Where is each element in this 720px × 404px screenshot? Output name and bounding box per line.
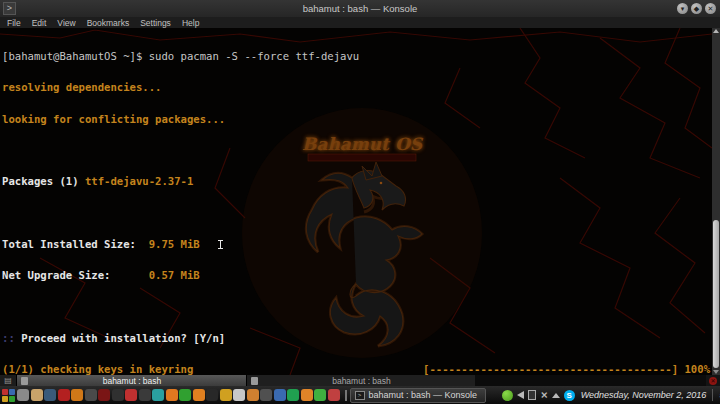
packages-value: ttf-dejavu-2.37-1 bbox=[85, 175, 193, 187]
app-launcher-icon[interactable] bbox=[247, 389, 259, 401]
tab-bahamut-bash-2[interactable]: bahamut : bash bbox=[246, 375, 475, 386]
konsole-task-icon: > bbox=[355, 391, 365, 400]
konsole-tab-bar: ▤ bahamut : bash bahamut : bash ✕ bbox=[0, 375, 720, 386]
terminal-view[interactable]: Bahamut OS [bahamut@BahamutOS ~]$ sudo p… bbox=[0, 28, 712, 375]
window-titlebar[interactable]: > bahamut : bash — Konsole ▾ ◆ ✕ bbox=[0, 0, 720, 17]
proceed-question: Proceed with installation? [Y/n] bbox=[21, 332, 225, 344]
total-size-label: Total Installed Size: bbox=[2, 238, 136, 250]
system-tray: ✕ S bbox=[502, 390, 575, 401]
app-launcher-icon[interactable] bbox=[125, 389, 137, 401]
close-tab-icon: ✕ bbox=[709, 377, 717, 385]
app-launcher-icon[interactable] bbox=[85, 389, 97, 401]
tab-icon bbox=[251, 377, 258, 385]
tab-bar-spacer bbox=[475, 375, 706, 386]
prompt: [bahamut@BahamutOS ~]$ bbox=[2, 50, 142, 62]
date-text: Wednesday, November 2, 2016 bbox=[581, 390, 707, 400]
scissors-icon[interactable]: ✕ bbox=[539, 391, 549, 399]
app-launcher-icon[interactable] bbox=[112, 389, 124, 401]
packages-label: Packages (1) bbox=[2, 175, 85, 187]
clock-widget[interactable]: Wednesday, November 2, 2016 5:34 PM bbox=[581, 389, 720, 401]
app-launcher-icon[interactable] bbox=[31, 389, 43, 401]
tab-bahamut-bash-1[interactable]: bahamut : bash bbox=[17, 375, 246, 386]
app-launcher-icon[interactable] bbox=[139, 389, 151, 401]
menu-bar: File Edit View Bookmarks Settings Help bbox=[0, 17, 720, 28]
tab-label: bahamut : bash bbox=[262, 376, 475, 386]
app-launcher-icon[interactable] bbox=[152, 389, 164, 401]
taskbar-window-button[interactable]: > bahamut : bash — Konsole bbox=[350, 388, 487, 403]
mouse-ibeam-cursor bbox=[217, 240, 224, 249]
window-title: bahamut : bash — Konsole bbox=[0, 3, 720, 14]
terminal-output: [bahamut@BahamutOS ~]$ sudo pacman -S --… bbox=[2, 30, 712, 375]
scroll-up-icon[interactable] bbox=[713, 29, 719, 33]
app-launcher-icon[interactable] bbox=[179, 389, 191, 401]
progress-bar: [--------------------------------------]… bbox=[423, 364, 710, 374]
pacman-marker: :: bbox=[2, 332, 21, 344]
conflicting-line: looking for conflicting packages... bbox=[2, 113, 225, 125]
launcher-icons bbox=[17, 389, 340, 401]
maximize-icon[interactable]: ◆ bbox=[691, 3, 702, 14]
app-launcher-icon[interactable] bbox=[233, 389, 245, 401]
net-size-label: Net Upgrade Size: bbox=[2, 269, 110, 281]
app-launcher-icon[interactable] bbox=[287, 389, 299, 401]
window-list-icon[interactable] bbox=[345, 390, 347, 401]
volume-icon[interactable] bbox=[517, 391, 524, 399]
app-launcher-icon[interactable] bbox=[58, 389, 70, 401]
app-launcher-icon[interactable] bbox=[166, 389, 178, 401]
total-size-value: 9.75 MiB bbox=[136, 238, 200, 250]
app-launcher-icon[interactable] bbox=[44, 389, 56, 401]
app-launcher-icon[interactable] bbox=[260, 389, 272, 401]
desktop: > bahamut : bash — Konsole ▾ ◆ ✕ File Ed… bbox=[0, 0, 720, 404]
scroll-down-icon[interactable] bbox=[713, 370, 719, 374]
menu-file[interactable]: File bbox=[7, 18, 21, 28]
start-menu-icon[interactable] bbox=[2, 389, 15, 402]
menu-view[interactable]: View bbox=[57, 18, 75, 28]
app-launcher-icon[interactable] bbox=[220, 389, 232, 401]
app-launcher-icon[interactable] bbox=[193, 389, 205, 401]
close-tab-button[interactable]: ✕ bbox=[706, 375, 720, 386]
menu-edit[interactable]: Edit bbox=[32, 18, 47, 28]
app-launcher-icon[interactable] bbox=[314, 389, 326, 401]
minimize-icon[interactable]: ▾ bbox=[677, 3, 688, 14]
clock-separator bbox=[712, 389, 713, 401]
net-size-value: 0.57 MiB bbox=[110, 269, 199, 281]
app-launcher-icon[interactable] bbox=[17, 389, 29, 401]
new-tab-button[interactable]: ▤ bbox=[0, 375, 17, 386]
scrollbar-thumb[interactable] bbox=[713, 220, 719, 368]
update-notifier-icon[interactable] bbox=[502, 390, 513, 401]
menu-bookmarks[interactable]: Bookmarks bbox=[87, 18, 130, 28]
system-taskbar: > bahamut : bash — Konsole ✕ S Wednesday… bbox=[0, 386, 720, 404]
skype-icon[interactable]: S bbox=[564, 390, 575, 401]
tab-label: bahamut : bash bbox=[32, 376, 246, 386]
menu-settings[interactable]: Settings bbox=[140, 18, 171, 28]
app-launcher-icon[interactable] bbox=[274, 389, 286, 401]
app-launcher-icon[interactable] bbox=[328, 389, 340, 401]
terminal-scrollbar[interactable] bbox=[712, 28, 720, 375]
menu-help[interactable]: Help bbox=[182, 18, 199, 28]
clipboard-icon[interactable] bbox=[528, 390, 536, 400]
check-line: (1/1) checking keys in keyring bbox=[2, 363, 193, 375]
app-launcher-icon[interactable] bbox=[71, 389, 83, 401]
close-icon[interactable]: ✕ bbox=[705, 3, 716, 14]
konsole-window-icon: > bbox=[3, 2, 16, 15]
command: sudo pacman -S --force ttf-dejavu bbox=[142, 50, 359, 62]
task-button-label: bahamut : bash — Konsole bbox=[369, 390, 478, 400]
app-launcher-icon[interactable] bbox=[206, 389, 218, 401]
tab-icon bbox=[21, 377, 28, 385]
app-launcher-icon[interactable] bbox=[98, 389, 110, 401]
resolving-line: resolving dependencies... bbox=[2, 81, 161, 93]
app-launcher-icon[interactable] bbox=[301, 389, 313, 401]
tray-expand-icon[interactable] bbox=[552, 393, 560, 398]
